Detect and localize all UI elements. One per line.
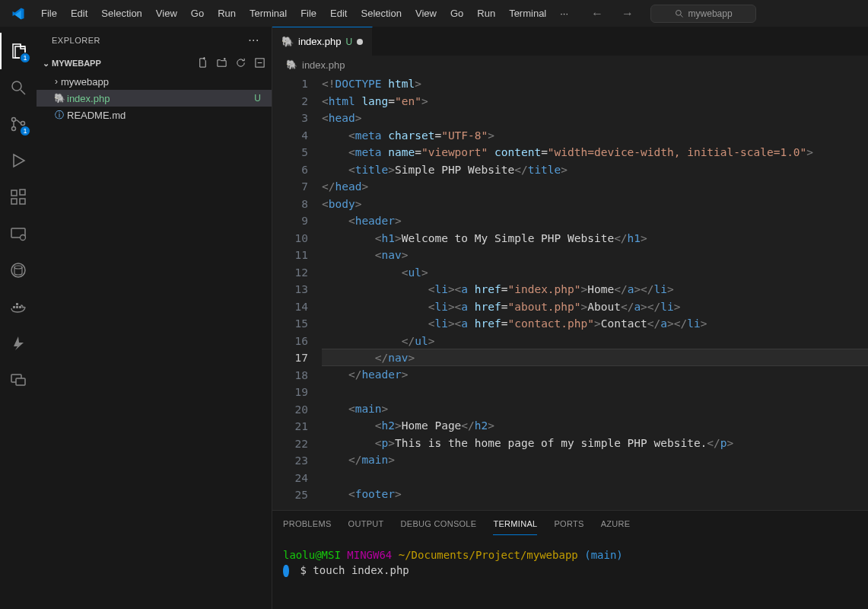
svg-line-3: [21, 90, 25, 94]
menu-file[interactable]: File: [35, 5, 63, 22]
menu-selection[interactable]: Selection: [355, 5, 407, 22]
tree-item-label: mywebapp: [61, 76, 272, 88]
bottom-panel: PROBLEMSOUTPUTDEBUG CONSOLETERMINALPORTS…: [272, 510, 868, 609]
terminal-command: touch index.php: [313, 564, 409, 576]
terminal-branch: (main): [584, 549, 623, 561]
project-name: MYWEBAPP: [52, 59, 101, 68]
activity-remote-icon[interactable]: [0, 215, 37, 252]
new-file-icon[interactable]: [197, 57, 208, 70]
activity-bar: 1 1: [0, 27, 37, 609]
activity-chat-icon[interactable]: [0, 362, 37, 398]
svg-point-4: [12, 118, 16, 122]
tab-index-php[interactable]: 🐘 index.php U: [272, 27, 373, 56]
svg-point-0: [676, 10, 681, 15]
search-icon: [675, 9, 684, 18]
activity-search-icon[interactable]: [0, 69, 37, 106]
panel-tab-debug-console[interactable]: DEBUG CONSOLE: [401, 513, 477, 534]
activity-extensions-icon[interactable]: [0, 179, 37, 215]
php-file-icon: 🐘: [286, 59, 297, 70]
activity-debug-icon[interactable]: [0, 142, 37, 179]
sidebar-title: EXPLORER: [52, 36, 100, 45]
svg-rect-8: [11, 199, 17, 204]
panel-tab-ports[interactable]: PORTS: [554, 513, 583, 534]
panel-tab-azure[interactable]: AZURE: [601, 513, 631, 534]
collapse-icon[interactable]: [254, 57, 265, 70]
search-placeholder: mywebapp: [688, 8, 733, 19]
terminal-cwd: ~/Documents/Project/mywebapp: [399, 549, 578, 561]
activity-scm-icon[interactable]: 1: [0, 106, 37, 142]
editor-tabs: 🐘 index.php U: [272, 27, 868, 56]
new-folder-icon[interactable]: [216, 57, 227, 70]
terminal-user: laolu@MSI: [283, 549, 341, 561]
svg-line-1: [680, 14, 682, 17]
command-center-search[interactable]: mywebapp: [650, 5, 756, 23]
tree-item-index-php[interactable]: 🐘index.phpU: [37, 90, 272, 107]
activity-azure-icon[interactable]: [0, 325, 37, 362]
info-file-icon: ⓘ: [52, 109, 67, 122]
svg-rect-10: [20, 190, 25, 195]
svg-point-2: [12, 81, 21, 91]
svg-point-6: [21, 122, 25, 126]
activity-database-icon[interactable]: [0, 252, 37, 289]
menu-run[interactable]: Run: [211, 5, 242, 22]
svg-rect-9: [20, 199, 25, 204]
explorer-sidebar: EXPLORER ··· ⌄ MYWEBAPP ›mywebapp🐘index.…: [37, 27, 272, 609]
chevron-right-icon: ›: [52, 76, 61, 87]
tab-git-status: U: [345, 37, 352, 47]
terminal-prompt: $: [300, 564, 306, 576]
php-file-icon: 🐘: [52, 93, 67, 104]
menu-go[interactable]: Go: [444, 5, 469, 22]
tree-item-mywebapp[interactable]: ›mywebapp: [37, 73, 272, 90]
svg-rect-7: [11, 190, 17, 196]
svg-rect-20: [16, 378, 25, 385]
tree-item-label: index.php: [67, 93, 254, 104]
menu-selection[interactable]: Selection: [95, 5, 148, 22]
svg-rect-15: [13, 306, 15, 308]
svg-point-14: [14, 266, 22, 269]
menu-view[interactable]: View: [150, 5, 183, 22]
menu-overflow-icon[interactable]: ···: [554, 5, 574, 22]
tab-modified-dot-icon[interactable]: [357, 39, 363, 45]
tree-item-label: README.md: [67, 110, 272, 121]
svg-rect-16: [16, 306, 18, 308]
nav-forward-icon[interactable]: →: [620, 5, 635, 22]
svg-rect-18: [16, 303, 18, 305]
panel-tab-output[interactable]: OUTPUT: [348, 513, 384, 534]
menu-edit[interactable]: Edit: [65, 5, 94, 22]
menu-file[interactable]: File: [294, 5, 323, 22]
menu-terminal[interactable]: Terminal: [243, 5, 293, 22]
menu-edit[interactable]: Edit: [324, 5, 353, 22]
panel-tab-terminal[interactable]: TERMINAL: [493, 513, 537, 535]
activity-explorer-icon[interactable]: 1: [0, 33, 37, 69]
refresh-icon[interactable]: [235, 57, 246, 70]
project-header[interactable]: ⌄ MYWEBAPP: [37, 53, 272, 73]
terminal-output[interactable]: laolu@MSI MINGW64 ~/Documents/Project/my…: [272, 537, 868, 609]
tree-item-README-md[interactable]: ⓘREADME.md: [37, 107, 272, 123]
breadcrumb[interactable]: 🐘 index.php: [272, 56, 868, 74]
code-editor[interactable]: 1234567891011121314151617181920212223242…: [272, 74, 868, 510]
svg-point-12: [21, 235, 26, 241]
activity-docker-icon[interactable]: [0, 289, 37, 325]
svg-point-5: [12, 127, 16, 131]
editor-area: 🐘 index.php U 🐘 index.php 12345678910111…: [272, 27, 868, 609]
terminal-shell: MINGW64: [347, 549, 392, 561]
menu-run[interactable]: Run: [471, 5, 501, 22]
breadcrumb-file: index.php: [302, 59, 345, 71]
panel-tab-problems[interactable]: PROBLEMS: [283, 513, 332, 534]
vscode-logo-icon: [9, 5, 27, 23]
menu-view[interactable]: View: [409, 5, 443, 22]
php-file-icon: 🐘: [281, 36, 294, 47]
scm-badge: 1: [20, 126, 30, 136]
menu-terminal[interactable]: Terminal: [503, 5, 552, 22]
git-status: U: [254, 93, 261, 104]
sidebar-more-icon[interactable]: ···: [248, 33, 259, 47]
terminal-cursor-icon: [283, 565, 289, 577]
title-bar: FileEditSelectionViewGoRunTerminal FileE…: [0, 0, 868, 27]
explorer-badge: 1: [20, 53, 30, 63]
tab-filename: index.php: [298, 36, 341, 47]
menu-go[interactable]: Go: [185, 5, 210, 22]
nav-back-icon[interactable]: ←: [590, 5, 605, 22]
chevron-down-icon: ⌄: [40, 59, 52, 69]
